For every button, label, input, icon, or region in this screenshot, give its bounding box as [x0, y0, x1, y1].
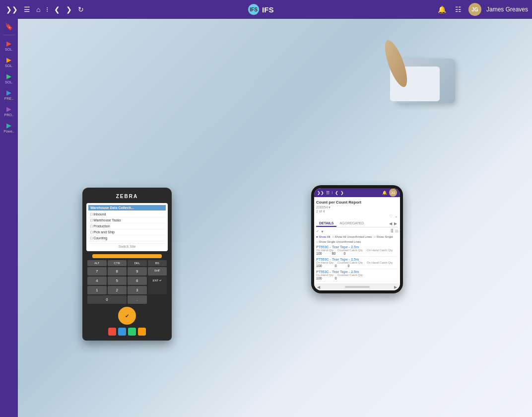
scanner-key-dot[interactable]: . — [128, 295, 147, 304]
hero-mobile-image — [275, 46, 526, 106]
sidebar-item-sol2[interactable]: ▶ SOL. — [1, 54, 17, 70]
phone-filter-icons: ✓ ▼ — [316, 229, 324, 233]
phone-record-id: 200054 ▾ — [316, 206, 398, 209]
phone-bottom-right-icon[interactable]: ▶ — [394, 285, 397, 289]
phone-expand-icon[interactable]: ⌄ — [395, 214, 398, 218]
sidebar-divider-1 — [3, 35, 15, 35]
phone-forward-icon: ❯❯ — [317, 191, 324, 195]
play-icon-5: ▶ — [6, 105, 11, 113]
scanner-btn-blue[interactable] — [118, 328, 126, 336]
phone-heart-icon[interactable]: ♡ — [389, 214, 393, 218]
sidebar-item-sol1[interactable]: ▶ SOL. — [1, 38, 17, 53]
phone-filter-options: ● Show All ○ Show All Unconfirmed Lines … — [316, 234, 398, 244]
scanner-key-2[interactable]: 2 — [108, 286, 127, 294]
phone-col-label-onhandcatch-1: On Hand Catch Qty — [367, 249, 393, 252]
scanner-btn-green[interactable] — [128, 328, 136, 336]
sidebar-item-bookmark[interactable]: 🔖 — [1, 21, 17, 32]
scanner-key-ctrl[interactable]: CTR — [108, 260, 127, 266]
phone-data-row-2: PT553C - Tear Tape - 2.5m On Hand Qty Co… — [316, 257, 398, 269]
bookmark-icon: 🔖 — [5, 23, 13, 30]
scanner-menu-inbound[interactable]: □ Inbound — [88, 211, 166, 217]
phone-radio-show-all[interactable]: ● Show All — [316, 235, 330, 238]
play-icon-1: ▶ — [6, 40, 11, 47]
scanner-btn-red[interactable] — [108, 328, 116, 336]
phone-action-icons: ♡ ⌄ — [316, 213, 398, 219]
app-logo-text: IFS — [262, 5, 273, 14]
play-icon-3: ▶ — [6, 72, 11, 80]
scanner-menu-production[interactable]: □ Production — [88, 223, 166, 229]
sidebar-item-sol3[interactable]: ▶ SOL. — [1, 70, 17, 86]
phone-col-label-counted-1: Counted Catch Qty — [337, 249, 363, 252]
scanner-key-4[interactable]: 4 — [87, 277, 107, 285]
phone-grid-view-icon[interactable]: ☷ — [395, 229, 398, 233]
phone-val-counted-2: 0 — [335, 264, 337, 268]
back-icon[interactable]: ❮ — [52, 4, 62, 14]
scanner-menu-counting[interactable]: □ Counting — [88, 235, 166, 241]
phone-tab-details[interactable]: DETAILS — [316, 220, 336, 227]
user-avatar[interactable]: JG — [468, 3, 481, 16]
phone-val-onhand-3: 100 — [316, 277, 322, 280]
sidebar-label-6: Powe.. — [3, 130, 14, 133]
scanner-key-8[interactable]: 8 — [108, 267, 127, 276]
phone-radio-show-all-unconfirmed[interactable]: ○ Show All Unconfirmed Lines — [332, 235, 372, 238]
phone-data-link-1[interactable]: PT553C - Tear Tape - 2.5m — [316, 245, 398, 249]
phone-bell-icon: 🔔 — [382, 191, 387, 195]
phone-radio-show-single[interactable]: ○ Show Single — [374, 235, 393, 238]
scanner-key-shift[interactable]: SHF — [148, 267, 167, 276]
phone-filter-icon[interactable]: ▼ — [321, 230, 324, 233]
scanner-screen-header: Warehouse Data Collecti... — [88, 205, 166, 210]
scanner-key-del[interactable]: DEL — [128, 260, 147, 266]
phone-tab-arrow-right[interactable]: ▶ — [393, 220, 398, 227]
forward-icon[interactable]: ❯ — [64, 4, 74, 14]
home-icon[interactable]: ⌂ — [34, 4, 42, 14]
phone-data-link-3[interactable]: PT553C - Tear Tape - 2.5m — [316, 270, 398, 274]
sidebar-item-pre[interactable]: ▶ PRE.. — [1, 87, 17, 102]
monitor-icon[interactable]: ☷ — [453, 4, 464, 14]
scanner-trigger[interactable] — [92, 254, 162, 258]
bell-icon[interactable]: 🔔 — [436, 4, 448, 14]
main-content: ⬤ Solution Manager > Configuration > Lob… — [18, 19, 532, 417]
phone-data-link-2[interactable]: PT553C - Tear Tape - 2.5m — [316, 258, 398, 261]
scanner-nav-button[interactable]: ✔ — [118, 307, 136, 325]
grid-icon[interactable]: ⁝ — [44, 4, 50, 14]
phone-body: ❯❯ ☰ ⁝ ❮ ❯ 🔔 JG Count per Count Report 2… — [311, 185, 403, 293]
scanner-btn-orange[interactable] — [138, 328, 146, 336]
sidebar-item-powe[interactable]: ▶ Powe.. — [1, 120, 17, 135]
scanner-function-buttons — [86, 327, 168, 337]
phone-bottom-bar: ◀ ▶ — [314, 283, 400, 290]
scanner-key-1[interactable]: 1 — [87, 286, 107, 294]
scanner-key-9[interactable]: 9 — [128, 267, 147, 276]
menu-icon[interactable]: ☰ — [22, 4, 32, 14]
phone-val-onhand-1: 100 — [316, 252, 322, 255]
play-icon-2: ▶ — [6, 56, 11, 64]
expand-icon[interactable]: ❯❯ — [4, 4, 20, 14]
phone-radio-show-single-unconfirmed[interactable]: ○ Show Single Unconfirmed Lines — [316, 240, 361, 243]
phone-val-onhand-2: 100 — [316, 264, 322, 268]
scanner-switch-site[interactable]: Switch Site — [88, 243, 166, 249]
refresh-icon[interactable]: ↻ — [76, 4, 86, 14]
sidebar-label-3: SOL. — [5, 80, 13, 84]
phone-bottom-left-icon[interactable]: ◀ — [317, 285, 320, 289]
scanner-key-5[interactable]: 5 — [108, 277, 127, 285]
scanner-key-enter[interactable]: ENT ↵ — [148, 277, 167, 294]
phone-col-label-onhandcatch-2: On Hand Catch Qty — [367, 261, 393, 264]
scanner-key-3[interactable]: 3 — [128, 286, 147, 294]
scanner-screen: Warehouse Data Collecti... □ Inbound □ W… — [86, 203, 168, 251]
phone-list-icon[interactable]: ≣ — [391, 229, 394, 233]
scanner-menu-pick-ship[interactable]: □ Pick and Ship — [88, 229, 166, 235]
scanner-key-6[interactable]: 6 — [128, 277, 147, 285]
sidebar-label-2: SOL. — [5, 64, 13, 68]
phone-view-icons: ≣ ☷ — [391, 229, 398, 233]
scanner-key-alt[interactable]: ALT — [87, 260, 107, 266]
ifs-logo-circle: IFS — [248, 4, 259, 15]
scanner-key-0[interactable]: 0 — [87, 295, 127, 304]
phone-tab-aggregated[interactable]: AGGREGATED — [336, 220, 367, 227]
phone-tab-arrow-left[interactable]: ◀ — [388, 220, 393, 227]
scanner-key-7[interactable]: 7 — [87, 267, 107, 276]
scanner-menu-warehouse-tasks[interactable]: □ Warehouse Tasks — [88, 217, 166, 223]
phone-data-values-2: 100 0 0 — [316, 264, 398, 268]
phone-report-title: Count per Count Report — [316, 199, 398, 206]
phone-page-info: 2 of 4 — [316, 209, 398, 213]
sidebar-item-pro[interactable]: ▶ PRO.. — [1, 103, 17, 119]
scanner-key-bs[interactable]: BS — [148, 260, 167, 266]
